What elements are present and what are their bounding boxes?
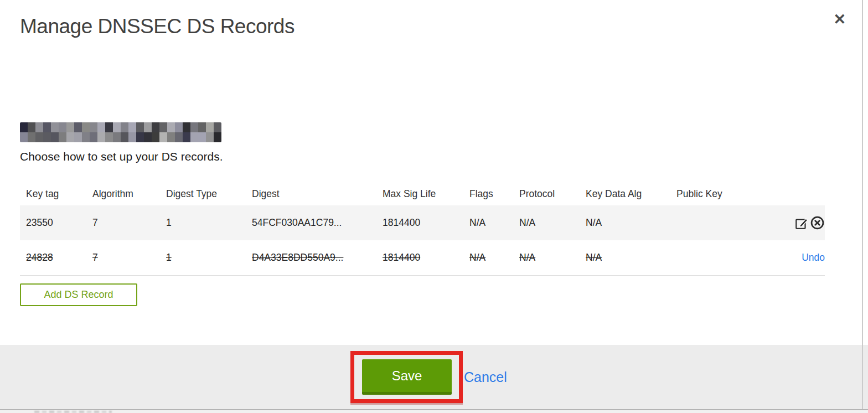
col-flags: Flags	[463, 182, 513, 205]
cell-key-tag: 23550	[20, 205, 86, 240]
col-public-key: Public Key	[670, 182, 753, 205]
cell-key-data-alg: N/A	[580, 240, 670, 276]
save-button[interactable]: Save	[362, 359, 452, 395]
cell-protocol: N/A	[513, 240, 580, 276]
col-key-data-alg: Key Data Alg	[580, 182, 670, 205]
col-max-sig-life: Max Sig Life	[376, 182, 463, 205]
cell-algorithm: 7	[86, 205, 160, 240]
col-protocol: Protocol	[513, 182, 580, 205]
cell-flags: N/A	[463, 205, 513, 240]
cell-digest: D4A33E8DD550A9...	[246, 240, 376, 276]
subtitle: Choose how to set up your DS records.	[20, 150, 223, 163]
cell-algorithm: 7	[86, 240, 160, 276]
cell-max-sig-life: 1814400	[376, 240, 463, 276]
table-row-deleted: 24828 7 1 D4A33E8DD550A9... 1814400 N/A …	[20, 240, 825, 276]
background-page-content	[34, 411, 112, 413]
table-header-row: Key tag Algorithm Digest Type Digest Max…	[20, 182, 825, 205]
col-actions	[753, 182, 825, 205]
add-ds-record-button[interactable]: Add DS Record	[20, 283, 137, 306]
undo-link[interactable]: Undo	[802, 252, 825, 263]
close-icon[interactable]: ✕	[831, 10, 848, 29]
cell-max-sig-life: 1814400	[376, 205, 463, 240]
col-key-tag: Key tag	[20, 182, 86, 205]
delete-icon[interactable]	[810, 215, 825, 230]
cell-public-key	[670, 205, 753, 240]
col-algorithm: Algorithm	[86, 182, 160, 205]
table-row: 23550 7 1 54FCF030AA1C79... 1814400 N/A …	[20, 205, 825, 240]
cell-digest-type: 1	[160, 205, 246, 240]
edit-icon[interactable]	[794, 216, 809, 230]
window-right-border	[862, 0, 863, 413]
redacted-domain	[20, 122, 221, 142]
cell-flags: N/A	[463, 240, 513, 276]
cell-public-key	[670, 240, 753, 276]
row-actions	[753, 205, 825, 240]
row-actions: Undo	[753, 240, 825, 276]
ds-records-table: Key tag Algorithm Digest Type Digest Max…	[20, 182, 825, 276]
cell-protocol: N/A	[513, 205, 580, 240]
manage-dnssec-dialog: Manage DNSSEC DS Records ✕ Choose how to…	[0, 0, 868, 413]
background-page-edge	[0, 410, 868, 413]
cancel-link[interactable]: Cancel	[464, 369, 507, 385]
col-digest: Digest	[246, 182, 376, 205]
col-digest-type: Digest Type	[160, 182, 246, 205]
cell-digest-type: 1	[160, 240, 246, 276]
cell-key-tag: 24828	[20, 240, 86, 276]
cell-digest: 54FCF030AA1C79...	[246, 205, 376, 240]
cell-key-data-alg: N/A	[580, 205, 670, 240]
page-title: Manage DNSSEC DS Records	[20, 15, 294, 38]
